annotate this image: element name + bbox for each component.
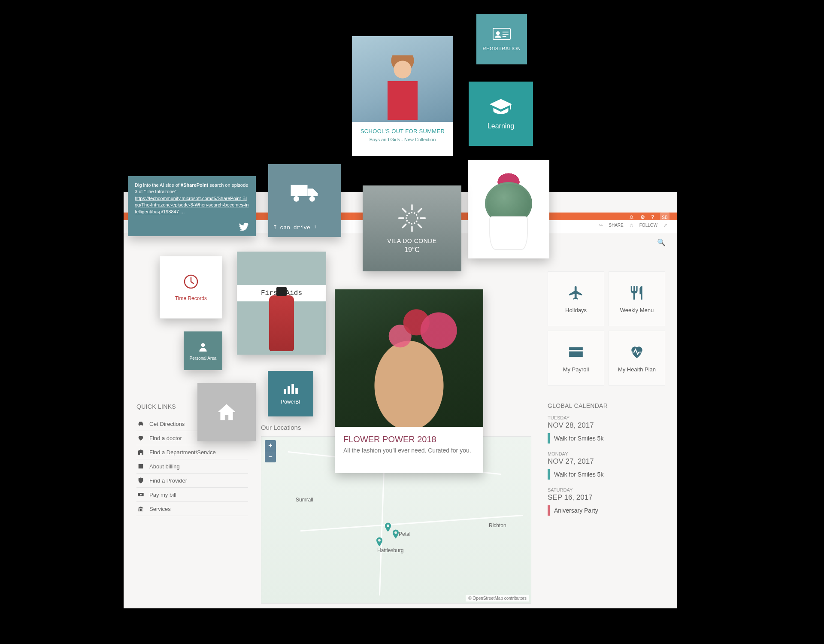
card-subtitle: All the fashion you'll ever need. Curate…: [335, 447, 483, 462]
tile-powerbi[interactable]: PowerBI: [268, 371, 313, 416]
tile-label: Learning: [488, 122, 514, 130]
card-title: SCHOOL'S OUT FOR SUMMER: [352, 122, 453, 137]
weather-temp: 19°C: [404, 246, 420, 254]
map-credit: © OpenStreetMap contributors: [466, 595, 529, 601]
zoom-out-button[interactable]: −: [265, 451, 276, 462]
action-tile-grid: Holidays Weekly Menu My Payroll My Healt…: [548, 271, 665, 386]
svg-point-1: [496, 31, 500, 35]
tile-weekly-menu[interactable]: Weekly Menu: [609, 271, 665, 326]
weather-city: VILA DO CONDE: [387, 237, 436, 244]
tile-twitter[interactable]: Dig into the AI side of #SharePoint sear…: [128, 176, 256, 236]
calendar-date: NOV 27, 2017: [548, 457, 665, 466]
link-label: Find a doctor: [149, 435, 182, 441]
tile-weather[interactable]: VILA DO CONDE 19°C: [363, 185, 461, 271]
quick-link-provider[interactable]: Find a Provider: [136, 474, 248, 488]
svg-rect-19: [288, 386, 290, 394]
map-label-sumrall: Sumrall: [296, 497, 313, 503]
svg-point-7: [406, 213, 418, 224]
calendar-event: Walk for Smiles 5k: [548, 469, 665, 480]
bank-icon: [137, 505, 144, 512]
calendar-item[interactable]: MONDAY NOV 27, 2017 Walk for Smiles 5k: [548, 451, 665, 480]
tweet-ellipsis: …: [179, 209, 185, 214]
suite-bar-right: 🕭 ⚙ ? SB: [629, 213, 670, 222]
share-label[interactable]: SHARE: [609, 223, 623, 228]
tile-truck[interactable]: I can drive !: [268, 164, 341, 237]
bar-actions: ↪ SHARE ☆ FOLLOW ⤢: [599, 223, 667, 228]
calendar-date: NOV 28, 2017: [548, 421, 665, 430]
quick-link-services[interactable]: Services: [136, 502, 248, 516]
quick-link-pay-bill[interactable]: Pay my bill: [136, 488, 248, 502]
tile-label: Holidays: [565, 307, 587, 313]
svg-line-15: [403, 224, 406, 228]
twitter-icon: [238, 222, 250, 232]
heart-icon: [137, 434, 144, 441]
help-icon[interactable]: ?: [651, 214, 654, 220]
link-label: Find a Provider: [149, 477, 187, 484]
card-flower-power[interactable]: FLOWER POWER 2018 All the fashion you'll…: [335, 289, 483, 473]
tile-label: I can drive !: [268, 220, 341, 237]
heart-rate-icon: [627, 344, 647, 360]
tile-learning[interactable]: Learning: [469, 82, 533, 146]
building-icon: [137, 449, 144, 456]
tile-my-payroll[interactable]: My Payroll: [548, 331, 604, 386]
quick-link-department[interactable]: Find a Department/Service: [136, 445, 248, 459]
tile-personal-area[interactable]: Personal Area: [184, 331, 222, 370]
calendar-day: MONDAY: [548, 451, 665, 456]
tweet-hashtag: #SharePoint: [181, 182, 208, 188]
sun-icon: [397, 203, 427, 233]
tile-label: REGISTRATION: [483, 46, 521, 51]
svg-line-14: [418, 209, 421, 212]
car-icon: [137, 420, 144, 427]
calendar-item[interactable]: SATURDAY SEP 16, 2017 Aniversary Party: [548, 487, 665, 516]
shield-icon: [137, 477, 144, 484]
pot-shape: [489, 216, 528, 250]
link-label: Find a Department/Service: [149, 449, 216, 456]
info-icon: [137, 463, 144, 470]
notification-icon[interactable]: 🕭: [629, 214, 634, 220]
svg-rect-3: [503, 34, 509, 35]
tile-my-health-plan[interactable]: My Health Plan: [609, 331, 665, 386]
card-icon: [566, 344, 586, 360]
settings-icon[interactable]: ⚙: [640, 214, 645, 220]
expand-icon[interactable]: ⤢: [663, 223, 667, 228]
calendar-item[interactable]: TUESDAY NOV 28, 2017 Walk for Smiles 5k: [548, 415, 665, 444]
home-icon: [215, 401, 239, 423]
svg-point-6: [309, 196, 315, 201]
tile-registration[interactable]: REGISTRATION: [476, 14, 527, 64]
svg-point-5: [294, 196, 299, 201]
quick-link-billing[interactable]: About billing: [136, 459, 248, 474]
follow-label[interactable]: FOLLOW: [639, 223, 657, 228]
user-badge[interactable]: SB: [660, 213, 670, 222]
share-icon[interactable]: ↪: [599, 223, 603, 228]
card-cactus-image: [468, 160, 549, 258]
tile-label: My Health Plan: [618, 366, 656, 373]
map-pin-icon[interactable]: [393, 529, 399, 539]
tile-label: Weekly Menu: [620, 307, 654, 313]
search-icon[interactable]: 🔍: [656, 237, 667, 248]
zoom-in-button[interactable]: +: [265, 440, 276, 451]
follow-icon[interactable]: ☆: [630, 223, 633, 228]
map-pin-icon[interactable]: [385, 522, 391, 532]
truck-icon-wrap: [268, 164, 341, 220]
svg-line-13: [418, 224, 421, 228]
bar-chart-icon: [283, 383, 298, 395]
tile-holidays[interactable]: Holidays: [548, 271, 604, 326]
tile-home[interactable]: [197, 383, 256, 441]
tile-first-aids[interactable]: First Aids: [237, 252, 326, 355]
truck-icon: [289, 181, 320, 204]
map-label-richton: Richton: [489, 522, 506, 529]
extinguisher-shape: [269, 295, 294, 351]
tweet-link[interactable]: https://techcommunity.microsoft.com/t5/S…: [135, 196, 248, 214]
card-title: FLOWER POWER 2018: [335, 427, 483, 447]
map-zoom-control: + −: [265, 440, 276, 462]
map-pin-icon[interactable]: [376, 537, 382, 547]
tile-time-records[interactable]: Time Records: [160, 256, 222, 319]
id-card-icon: [493, 27, 511, 41]
card-schools-out[interactable]: SCHOOL'S OUT FOR SUMMER Boys and Girls -…: [352, 36, 453, 156]
calendar-event: Walk for Smiles 5k: [548, 433, 665, 444]
calendar-event: Aniversary Party: [548, 505, 665, 516]
calendar-day: TUESDAY: [548, 415, 665, 420]
svg-rect-20: [291, 384, 294, 394]
map-label-petal: Petal: [399, 531, 410, 537]
svg-line-12: [403, 209, 406, 212]
